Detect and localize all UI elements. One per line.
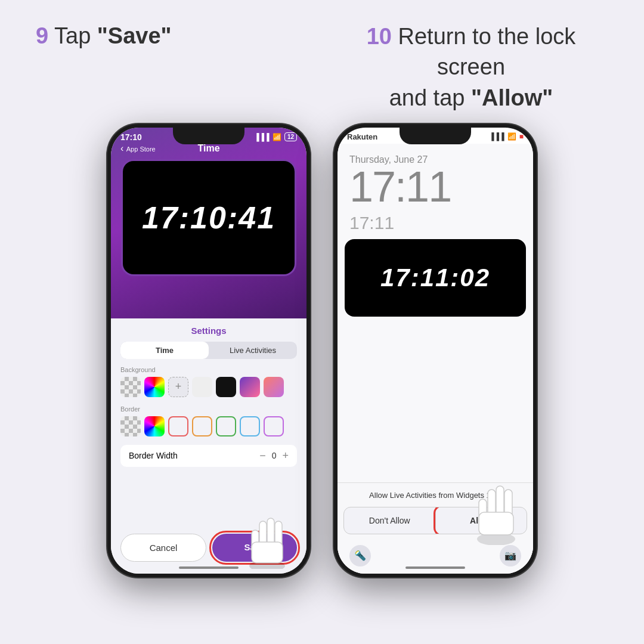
dont-allow-button[interactable]: Don't Allow [344, 507, 435, 534]
clock-widget: 17:10:41 [123, 161, 295, 274]
phone-1-content: 17:10 ▐▐▐ 📶 12 ‹ App Store Time 17:10:41 [111, 128, 306, 574]
phone-1: 17:10 ▐▐▐ 📶 12 ‹ App Store Time 17:10:41 [107, 124, 310, 577]
step-10-number: 10 [367, 24, 392, 49]
cancel-button[interactable]: Cancel [120, 534, 206, 562]
dialog-buttons: Don't Allow Allow [343, 507, 527, 534]
step-10-line1: Return to the lock screen [392, 24, 575, 79]
flashlight-icon[interactable]: 🔦 [349, 545, 371, 566]
bg-swatch-rainbow[interactable] [144, 377, 165, 397]
border-color-row [120, 416, 297, 436]
notch [173, 128, 244, 144]
bg-swatch-add[interactable]: + [168, 377, 188, 397]
header: 9 Tap "Save" 10 Return to the lock scree… [0, 0, 644, 113]
back-button[interactable]: ‹ App Store [120, 143, 156, 154]
signal-icon-2: ▐▐▐ [489, 132, 504, 141]
allow-label: Allow [470, 516, 492, 525]
bg-swatch-gradient2[interactable] [264, 377, 284, 397]
phone-2: Rakuten ▐▐▐ 📶 ■ Thursday, June 27 17:11 … [334, 124, 537, 577]
phone-1-header-area: 17:10 ▐▐▐ 📶 12 ‹ App Store Time 17:10:41 [111, 128, 306, 318]
border-swatch-blue[interactable] [240, 416, 260, 436]
allow-button[interactable]: Allow [436, 507, 527, 534]
phone-1-time: 17:10 [120, 132, 142, 142]
phone-2-content: Rakuten ▐▐▐ 📶 ■ Thursday, June 27 17:11 … [338, 128, 533, 574]
lock-time-big: 17:11 [349, 165, 521, 208]
live-clock-widget: 17:11:02 [345, 239, 526, 317]
phone-1-body: Settings Time Live Activities Background… [111, 318, 306, 528]
step-10-line2: and tap [389, 85, 471, 110]
home-bar [179, 566, 239, 569]
border-swatch-none[interactable] [120, 416, 141, 436]
step-9-bold: "Save" [97, 23, 172, 48]
dialog-message: Allow Live Activities from Widgets 17 ? [343, 490, 527, 501]
border-swatch-orange[interactable] [192, 416, 212, 436]
border-width-controls: − 0 + [259, 450, 289, 462]
wifi-icon: 📶 [273, 133, 281, 141]
home-bar-2 [405, 566, 465, 569]
live-widget-area: 17:11:02 [345, 239, 526, 482]
settings-title: Settings [120, 326, 297, 336]
bg-swatch-checker[interactable] [120, 377, 141, 397]
tab-row: Time Live Activities [120, 342, 297, 359]
save-label: Save [244, 542, 265, 552]
step-10-bold: "Allow" [471, 85, 553, 110]
bg-swatch-white[interactable] [192, 377, 212, 397]
border-swatch-rainbow[interactable] [144, 416, 165, 436]
step-9-number: 9 [36, 23, 48, 48]
border-swatch-purple[interactable] [264, 416, 284, 436]
step-9-label: 9 Tap "Save" [36, 21, 172, 51]
carrier-label: Rakuten [347, 132, 377, 141]
border-width-label: Border Width [129, 451, 178, 460]
lock-date-area: Thursday, June 27 17:11 17:11 [338, 144, 533, 233]
lock-time-small: 17:11 [349, 213, 521, 233]
phone-2-screen: Rakuten ▐▐▐ 📶 ■ Thursday, June 27 17:11 … [338, 128, 533, 574]
phone-2-status-icons: ▐▐▐ 📶 ■ [489, 132, 524, 141]
signal-icon: ▐▐▐ [254, 133, 270, 141]
lock-screen-main: Thursday, June 27 17:11 17:11 17:11:02 A… [338, 144, 533, 574]
bg-label: Background [120, 366, 297, 373]
step-9-text: Tap [48, 23, 97, 48]
border-width-decrease[interactable]: − [259, 450, 266, 462]
step-10-label: 10 Return to the lock screen and tap "Al… [334, 21, 608, 113]
border-swatch-green[interactable] [216, 416, 236, 436]
background-color-row: + [120, 377, 297, 397]
save-button[interactable]: Save [212, 534, 297, 562]
border-label: Border [120, 405, 297, 413]
wifi-icon-2: 📶 [507, 132, 516, 141]
battery-badge: 12 [284, 132, 297, 141]
tab-live-activities[interactable]: Live Activities [209, 342, 297, 359]
bg-swatch-black[interactable] [216, 377, 236, 397]
battery-icon-2: ■ [519, 132, 524, 141]
camera-icon[interactable]: 📷 [500, 545, 521, 566]
border-width-value: 0 [272, 451, 277, 460]
border-width-increase[interactable]: + [282, 450, 289, 462]
border-swatch-red[interactable] [168, 416, 188, 436]
border-width-row: Border Width − 0 + [120, 445, 297, 467]
nav-title: Time [197, 143, 219, 154]
phone-1-screen: 17:10 ▐▐▐ 📶 12 ‹ App Store Time 17:10:41 [111, 128, 306, 574]
notch-2 [400, 128, 471, 144]
bg-swatch-gradient1[interactable] [240, 377, 260, 397]
phones-row: 17:10 ▐▐▐ 📶 12 ‹ App Store Time 17:10:41 [0, 124, 644, 577]
live-time-display: 17:11:02 [380, 264, 490, 292]
tab-time[interactable]: Time [120, 342, 209, 359]
phone-1-status-icons: ▐▐▐ 📶 12 [254, 132, 297, 141]
clock-time-display: 17:10:41 [142, 200, 275, 236]
allow-dialog: Allow Live Activities from Widgets 17 ? … [338, 482, 533, 540]
